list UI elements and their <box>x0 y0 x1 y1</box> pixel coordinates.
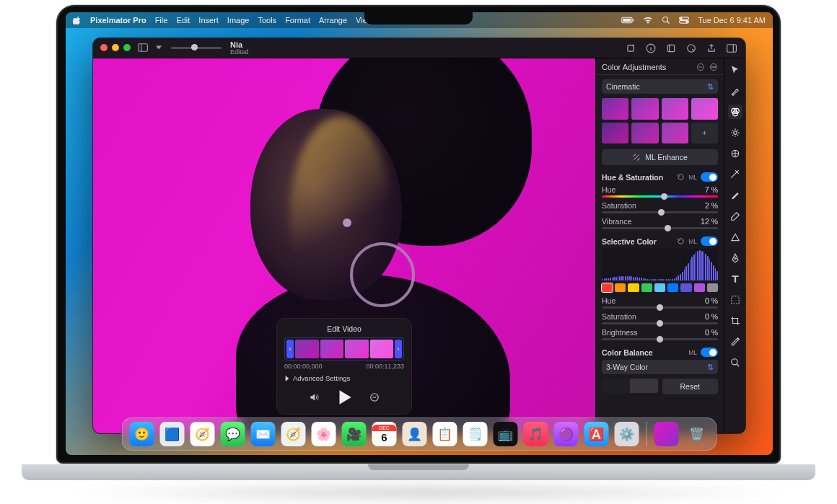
trim-handle-start[interactable]: ‹ <box>286 340 294 358</box>
menu-insert[interactable]: Insert <box>198 16 219 25</box>
app-name-menu[interactable]: Pixelmator Pro <box>90 16 146 25</box>
color-balance-mode-dropdown[interactable]: 3-Way Color ⇅ <box>602 360 718 374</box>
battery-icon[interactable] <box>621 17 634 24</box>
before-after-toggle[interactable] <box>602 379 658 393</box>
dock-icon-settings[interactable]: ⚙️ <box>615 422 639 446</box>
sel-bri-slider[interactable] <box>602 338 718 340</box>
retouch-tool[interactable] <box>728 146 742 161</box>
loop-button[interactable] <box>369 392 380 402</box>
effects-tool[interactable] <box>728 125 742 140</box>
dock-icon-trash[interactable]: 🗑️ <box>685 422 709 446</box>
panel-menu-icon[interactable] <box>709 63 718 71</box>
type-tool[interactable] <box>728 272 742 286</box>
close-window-button[interactable] <box>100 44 108 51</box>
erase-tool[interactable] <box>728 209 742 224</box>
menu-format[interactable]: Format <box>285 16 310 25</box>
vibrance-slider[interactable] <box>602 227 718 229</box>
select-tool[interactable] <box>728 293 742 307</box>
dock-icon-notes[interactable]: 🗒️ <box>463 422 488 446</box>
selective-color-toggle[interactable] <box>701 236 718 246</box>
saturation-slider[interactable] <box>602 211 718 213</box>
dock-icon-pixelmator-doc[interactable] <box>654 422 679 446</box>
dock-icon-launchpad[interactable]: 🟦 <box>160 422 185 446</box>
hue-slider[interactable] <box>602 195 718 198</box>
control-center-icon[interactable] <box>679 17 689 24</box>
wifi-icon[interactable] <box>643 17 653 24</box>
menu-edit[interactable]: Edit <box>176 16 190 25</box>
info-button[interactable] <box>644 42 657 55</box>
color-swatch[interactable] <box>680 283 691 292</box>
preset-thumbnail[interactable] <box>662 98 688 120</box>
preset-thumbnail[interactable] <box>662 123 688 144</box>
preset-thumbnail[interactable] <box>691 98 718 120</box>
advanced-settings-toggle[interactable]: Advanced Settings <box>284 374 404 382</box>
dock-icon-appstore[interactable]: 🅰️ <box>584 422 609 446</box>
add-layer-button[interactable] <box>624 42 637 55</box>
dock-icon-photos[interactable]: 🌸 <box>312 422 336 446</box>
style-tool[interactable] <box>728 84 742 98</box>
color-picker-tool[interactable] <box>728 335 742 349</box>
zoom-slider[interactable] <box>171 47 222 49</box>
apple-menu-icon[interactable] <box>73 16 82 25</box>
color-balance-toggle[interactable] <box>701 348 718 357</box>
clock[interactable]: Tue Dec 6 9:41 AM <box>698 16 766 25</box>
paint-tool[interactable] <box>728 188 742 203</box>
color-swatch[interactable] <box>641 283 652 292</box>
color-swatch[interactable] <box>615 283 626 292</box>
fullscreen-window-button[interactable] <box>123 44 131 51</box>
preset-thumbnail[interactable] <box>602 98 628 120</box>
spotlight-icon[interactable] <box>662 16 670 25</box>
preset-dropdown[interactable]: Cinematic ⇅ <box>602 79 718 94</box>
reshape-tool[interactable] <box>728 167 742 182</box>
canvas[interactable]: Edit Video ‹ › 00:00:00,000 00:00:11,233 <box>93 58 595 433</box>
minimize-window-button[interactable] <box>112 44 119 51</box>
volume-button[interactable] <box>309 392 319 402</box>
reset-button[interactable]: Reset <box>662 379 719 394</box>
menu-arrange[interactable]: Arrange <box>319 16 347 25</box>
sel-sat-slider[interactable] <box>602 322 718 324</box>
shape-tool[interactable] <box>728 230 742 244</box>
hue-saturation-toggle[interactable] <box>701 172 718 182</box>
color-swatch[interactable] <box>707 283 718 292</box>
template-button[interactable] <box>665 42 678 55</box>
sidebar-dropdown-button[interactable] <box>155 41 162 54</box>
dock-icon-music[interactable]: 🎵 <box>524 422 548 446</box>
reset-section-icon[interactable] <box>677 237 685 245</box>
dock-icon-finder[interactable]: 🙂 <box>130 422 154 446</box>
preset-thumbnail[interactable] <box>631 123 658 144</box>
color-swatch[interactable] <box>667 283 678 292</box>
dock-icon-contacts[interactable]: 👤 <box>403 422 427 446</box>
crop-tool[interactable] <box>728 314 742 328</box>
color-swatch[interactable] <box>628 283 639 292</box>
panel-minus-icon[interactable] <box>696 63 705 71</box>
dock-icon-facetime[interactable]: 🎥 <box>342 422 367 446</box>
dock-icon-messages[interactable]: 💬 <box>221 422 245 446</box>
pen-tool[interactable] <box>728 251 742 265</box>
dock-icon-reminders[interactable]: 📋 <box>433 422 457 446</box>
color-swatch[interactable] <box>694 283 705 292</box>
dock-icon-tv[interactable]: 📺 <box>494 422 518 446</box>
menu-file[interactable]: File <box>155 16 168 25</box>
dock-icon-mail[interactable]: ✉️ <box>251 422 276 446</box>
sel-hue-slider[interactable] <box>602 306 718 309</box>
menu-tools[interactable]: Tools <box>258 16 276 25</box>
sidebar-toggle-button[interactable] <box>136 41 149 54</box>
reset-section-icon[interactable] <box>677 173 685 181</box>
dock-icon-podcasts[interactable]: 🟣 <box>554 422 579 446</box>
color-swatch[interactable] <box>602 283 613 292</box>
preset-thumbnail[interactable] <box>631 98 658 120</box>
dock-icon-calendar[interactable]: DEC6 <box>372 422 397 446</box>
arrange-tool[interactable] <box>728 63 742 77</box>
ml-enhance-button[interactable]: ML Enhance <box>602 149 718 165</box>
share-button[interactable] <box>705 42 718 55</box>
preset-thumbnail[interactable] <box>602 123 628 144</box>
video-timeline[interactable]: ‹ › <box>284 337 404 361</box>
color-swatch[interactable] <box>654 283 665 292</box>
menu-image[interactable]: Image <box>227 16 250 25</box>
trim-handle-end[interactable]: › <box>395 340 402 358</box>
presets-button[interactable] <box>685 42 698 55</box>
inspector-toggle-button[interactable] <box>725 42 738 55</box>
dock-icon-safari[interactable]: 🧭 <box>190 422 215 446</box>
dock-icon-maps[interactable]: 🧭 <box>281 422 306 446</box>
play-button[interactable] <box>335 388 354 407</box>
